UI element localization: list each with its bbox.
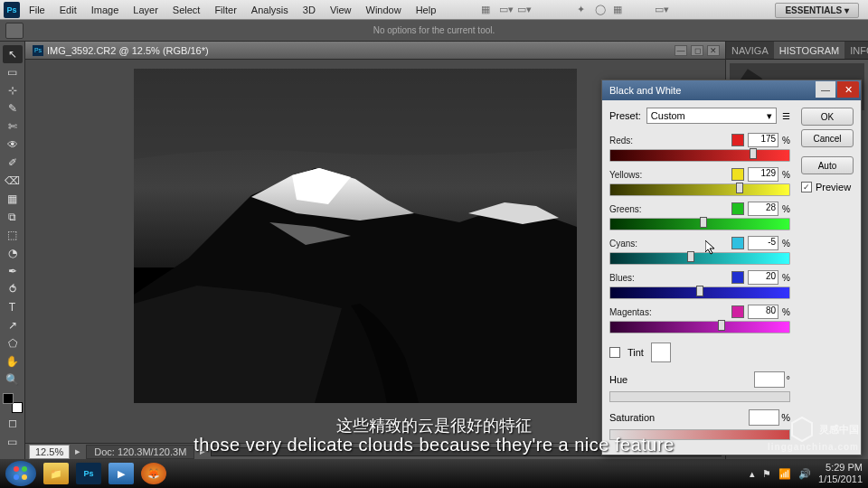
tab-info[interactable]: INFO — [844, 42, 868, 59]
slider-value-input[interactable]: 175 — [748, 133, 778, 147]
taskbar-mediaplayer-icon[interactable]: ▶ — [108, 463, 134, 484]
tool-12[interactable]: ✒ — [3, 262, 23, 280]
tool-7[interactable]: ⌫ — [3, 172, 23, 190]
canvas[interactable] — [134, 69, 577, 403]
tab-navigator[interactable]: NAVIGA — [726, 42, 774, 59]
color-slider[interactable] — [609, 149, 790, 162]
slider-value-input[interactable]: 20 — [748, 270, 778, 285]
foreground-background-colors[interactable] — [3, 393, 23, 413]
doc-maximize-icon[interactable]: ◻ — [691, 45, 703, 56]
menu-image[interactable]: Image — [84, 2, 127, 18]
tab-histogram[interactable]: HISTOGRAM — [774, 42, 844, 59]
hue-slider[interactable] — [609, 391, 790, 402]
svg-point-2 — [22, 466, 27, 472]
slider-row-blues: Blues:20% — [609, 270, 790, 299]
preset-menu-icon[interactable]: ☰ — [782, 111, 790, 121]
tool-16[interactable]: ⬠ — [3, 334, 23, 352]
menu-analysis[interactable]: Analysis — [244, 2, 296, 18]
hue-value[interactable] — [754, 371, 785, 388]
auto-button[interactable]: Auto — [801, 156, 854, 174]
preset-select[interactable]: Custom▾ — [646, 108, 777, 124]
tool-8[interactable]: ▦ — [3, 190, 23, 208]
status-arrow-icon[interactable]: ▸ — [75, 446, 80, 457]
color-slider[interactable] — [609, 321, 790, 333]
tray-network-icon[interactable]: 📶 — [778, 468, 791, 480]
menu-filter[interactable]: Filter — [207, 2, 243, 18]
dialog-minimize-icon[interactable]: — — [816, 81, 835, 98]
dialog-title-text: Black and White — [609, 85, 681, 96]
doc-minimize-icon[interactable]: — — [675, 45, 687, 56]
doc-close-icon[interactable]: ✕ — [707, 45, 720, 56]
preview-label: Preview — [816, 182, 851, 192]
toolbox: ↖▭⊹✎✄👁✐⌫▦⧉⬚◔✒⥀T↗⬠✋🔍 ◻ ▭ — [0, 42, 25, 459]
tool-13[interactable]: ⥀ — [3, 280, 23, 298]
menu-select[interactable]: Select — [165, 2, 208, 18]
quickmask-icon[interactable]: ◻ — [3, 414, 23, 432]
color-slider[interactable] — [609, 218, 790, 230]
color-swatch — [731, 134, 744, 146]
menu-file[interactable]: File — [22, 2, 52, 18]
menu-view[interactable]: View — [323, 2, 359, 18]
video-subtitle: 这些精致的云是很好的特征 those very delicate clouds … — [193, 415, 675, 455]
slider-value-input[interactable]: 80 — [748, 305, 778, 319]
color-slider[interactable] — [609, 252, 790, 265]
slider-value-input[interactable]: 129 — [748, 167, 778, 182]
color-slider[interactable] — [609, 183, 790, 196]
black-and-white-dialog: Black and White — ✕ OK Cancel Auto ✓Prev… — [601, 80, 862, 455]
photoshop-icon: Ps — [4, 2, 20, 18]
taskbar-explorer-icon[interactable]: 📁 — [43, 463, 69, 484]
menu-bar: Ps FileEditImageLayerSelectFilterAnalysi… — [0, 0, 868, 20]
tool-15[interactable]: ↗ — [3, 316, 23, 334]
taskbar-firefox-icon[interactable]: 🦊 — [141, 463, 166, 484]
tool-9[interactable]: ⧉ — [3, 208, 23, 226]
color-swatch — [731, 237, 744, 249]
options-bar: No options for the current tool. — [0, 20, 868, 42]
document-tab[interactable]: Ps IMG_3592.CR2 @ 12.5% (RGB/16*) — ◻ ✕ — [25, 42, 725, 60]
dialog-titlebar[interactable]: Black and White — ✕ — [602, 80, 861, 100]
menu-3d[interactable]: 3D — [296, 2, 323, 18]
taskbar-photoshop-icon[interactable]: Ps — [76, 463, 101, 484]
menu-window[interactable]: Window — [359, 2, 409, 18]
menu-help[interactable]: Help — [409, 2, 444, 18]
tray-arrow-icon[interactable]: ▴ — [750, 468, 755, 480]
tray-volume-icon[interactable]: 🔊 — [798, 468, 811, 480]
slider-row-yellows: Yellows:129% — [609, 167, 790, 196]
taskbar-clock[interactable]: 5:29 PM1/15/2011 — [818, 462, 863, 485]
tool-6[interactable]: ✐ — [3, 154, 23, 172]
start-button[interactable] — [5, 461, 36, 486]
tool-17[interactable]: ✋ — [3, 352, 23, 371]
taskbar: 📁 Ps ▶ 🦊 ▴ ⚑ 📶 🔊 5:29 PM1/15/2011 — [0, 459, 868, 488]
screenmode-icon[interactable]: ▭ — [3, 433, 23, 451]
tool-2[interactable]: ⊹ — [3, 81, 23, 99]
tool-11[interactable]: ◔ — [3, 244, 23, 262]
tool-18[interactable]: 🔍 — [3, 371, 23, 389]
chevron-down-icon: ▾ — [767, 110, 772, 122]
tool-4[interactable]: ✄ — [3, 117, 23, 136]
tool-14[interactable]: T — [3, 298, 23, 316]
menu-layer[interactable]: Layer — [126, 2, 165, 18]
slider-row-magentas: Magentas:80% — [609, 305, 790, 333]
color-slider[interactable] — [609, 286, 790, 299]
tool-1[interactable]: ▭ — [3, 63, 23, 81]
tint-checkbox[interactable] — [609, 347, 620, 358]
svg-point-4 — [22, 474, 27, 480]
menu-edit[interactable]: Edit — [52, 2, 84, 18]
preview-checkbox[interactable]: ✓ — [801, 182, 812, 192]
current-tool-indicator[interactable] — [5, 23, 24, 39]
tool-5[interactable]: 👁 — [3, 136, 23, 154]
tool-3[interactable]: ✎ — [3, 99, 23, 117]
tint-label: Tint — [627, 347, 644, 358]
tool-0[interactable]: ↖ — [3, 45, 23, 63]
ok-button[interactable]: OK — [801, 108, 854, 126]
slider-value-input[interactable]: -5 — [748, 236, 778, 250]
tool-10[interactable]: ⬚ — [3, 226, 23, 244]
tray-flag-icon[interactable]: ⚑ — [762, 468, 771, 480]
cancel-button[interactable]: Cancel — [801, 129, 854, 147]
svg-point-3 — [14, 474, 19, 480]
slider-value-input[interactable]: 28 — [748, 202, 778, 216]
tint-swatch[interactable] — [651, 343, 671, 362]
workspace-switcher[interactable]: ESSENTIALS ▾ — [775, 3, 859, 18]
zoom-input[interactable]: 12.5% — [29, 445, 70, 459]
dialog-close-icon[interactable]: ✕ — [837, 81, 859, 98]
slider-label: Reds: — [609, 136, 633, 145]
